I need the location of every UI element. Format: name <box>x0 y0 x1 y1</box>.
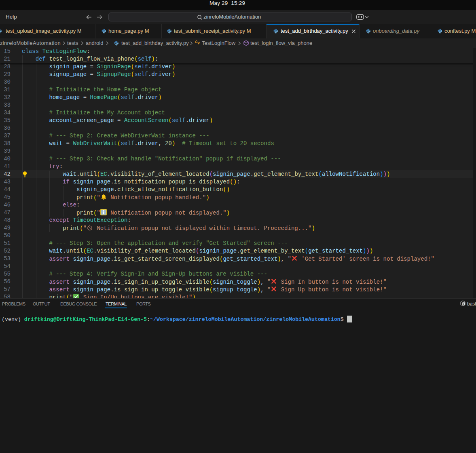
svg-text:$: $ <box>463 302 464 305</box>
